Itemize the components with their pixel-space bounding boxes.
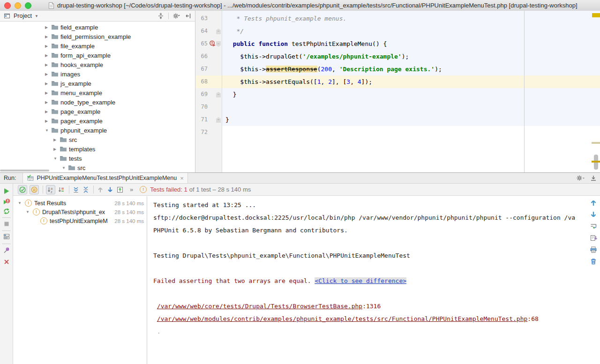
import-test-results-button[interactable] — [116, 186, 124, 193]
project-tree-item[interactable]: ▶pager_example — [0, 116, 195, 126]
project-tree-item[interactable]: ▶menu_example — [0, 88, 195, 97]
project-tree-item[interactable]: ▶form_api_example — [0, 51, 195, 60]
line-number: 69 — [195, 88, 208, 101]
close-button[interactable] — [3, 258, 10, 266]
project-tree-item[interactable]: ▶file_example — [0, 41, 195, 51]
show-ignored-button[interactable] — [30, 185, 39, 194]
tree-item-label: field_example — [60, 24, 98, 31]
chevron-icon[interactable]: ▼ — [45, 128, 51, 133]
chevron-icon[interactable]: ▶ — [45, 72, 51, 76]
project-tree-item[interactable]: ▶field_example — [0, 22, 195, 32]
code-line[interactable]: */ — [222, 25, 600, 37]
run-configuration-tab[interactable]: php PHPUnitExampleMenuTest.testPhpUnitEx… — [22, 173, 188, 183]
zoom-window-button[interactable] — [25, 2, 31, 9]
project-tree-item[interactable]: ▼phpunit_example — [0, 126, 195, 135]
chevron-icon[interactable]: ▼ — [62, 166, 68, 170]
code-line[interactable]: $this->assertEquals([1, 2], [3, 4]); — [222, 75, 600, 88]
gear-icon[interactable] — [172, 12, 181, 20]
code-line[interactable] — [222, 101, 600, 113]
test-tree-item[interactable]: !testPhpUnitExampleM28 s 140 ms — [13, 216, 147, 225]
chevron-icon[interactable]: ▶ — [45, 91, 51, 95]
hide-tool-window-icon[interactable] — [590, 174, 597, 182]
sort-alphabetically-button[interactable]: az — [46, 185, 55, 194]
expand-all-button[interactable] — [72, 186, 80, 193]
project-tree-item[interactable]: ▶field_permission_example — [0, 32, 195, 41]
chevron-icon[interactable]: ▶ — [45, 35, 51, 39]
code-token: testPhpUnitExampleMenu() { — [288, 40, 387, 47]
test-tree-item[interactable]: ▼!Drupal\Tests\phpunit_ex28 s 140 ms — [13, 208, 147, 216]
resize-divider-icon[interactable] — [157, 12, 165, 20]
print-icon[interactable] — [590, 246, 597, 253]
pin-tab-button[interactable] — [3, 246, 10, 254]
view-diff-link[interactable]: <Click to see difference> — [315, 277, 406, 284]
error-stripe-warning-indicator[interactable] — [592, 13, 600, 17]
minimize-window-button[interactable] — [15, 2, 21, 9]
clear-all-trash-icon[interactable] — [590, 258, 597, 265]
stop-button[interactable] — [3, 220, 10, 228]
code-line[interactable]: * Tests phpunit_example menus. — [222, 12, 600, 25]
project-tree-item[interactable]: ▶hooks_example — [0, 60, 195, 69]
scroll-to-end-icon[interactable] — [590, 234, 597, 242]
test-console[interactable]: Testing started at 13:25 ...sftp://docke… — [147, 196, 587, 364]
toolbar-overflow-chevron[interactable]: » — [130, 186, 133, 193]
code-token: 200 — [321, 66, 332, 73]
collapse-all-button[interactable] — [82, 186, 90, 193]
project-tree-item[interactable]: ▶node_type_example — [0, 97, 195, 107]
soft-wrap-icon[interactable] — [590, 223, 597, 230]
chevron-icon[interactable]: ▼ — [53, 156, 60, 161]
code-line[interactable]: $this->drupalGet('/examples/phpunit-exam… — [222, 50, 600, 63]
chevron-icon[interactable]: ▶ — [45, 53, 51, 58]
code-line[interactable]: } — [222, 88, 600, 101]
previous-failed-test-button[interactable] — [97, 186, 104, 193]
svg-text:z: z — [51, 189, 52, 193]
stack-trace-link[interactable]: /var/www/web/core/tests/Drupal/Tests/Bro… — [157, 303, 362, 310]
code-line[interactable]: $this->assertResponse(200, 'Description … — [222, 63, 600, 75]
project-tree-item[interactable]: ▶page_example — [0, 107, 195, 116]
chevron-down-icon[interactable]: ▼ — [26, 210, 33, 214]
chevron-icon[interactable]: ▶ — [45, 119, 51, 123]
error-stripe-mark[interactable] — [592, 161, 600, 163]
error-stripe-mark[interactable] — [592, 142, 600, 144]
failed-test-gutter-icon[interactable] — [209, 40, 217, 47]
show-passed-button[interactable] — [18, 185, 27, 194]
project-panel-title[interactable]: Project — [14, 13, 32, 19]
up-stack-trace-button[interactable] — [590, 199, 597, 207]
chevron-icon[interactable]: ▶ — [45, 25, 51, 30]
gear-icon[interactable] — [576, 174, 585, 182]
stack-trace-link[interactable]: /var/www/web/modules/contrib/examples/ph… — [157, 315, 528, 322]
chevron-icon[interactable]: ▶ — [45, 82, 51, 86]
line-number: 64 — [195, 25, 208, 37]
test-tree-item[interactable]: ▼!Test Results28 s 140 ms — [13, 199, 147, 208]
code-line[interactable] — [222, 126, 600, 139]
next-failed-test-button[interactable] — [106, 186, 114, 193]
folder-icon — [60, 155, 67, 162]
project-tree-item[interactable]: ▶src — [0, 135, 195, 144]
hide-panel-icon[interactable] — [185, 12, 192, 20]
chevron-icon[interactable]: ▶ — [45, 44, 51, 48]
rerun-failed-tests-button[interactable] — [3, 198, 10, 206]
run-tab-bar: Run: php PHPUnitExampleMenuTest.testPhpU… — [0, 172, 600, 184]
horizontal-scrollbar[interactable] — [0, 170, 49, 171]
project-tree-item[interactable]: ▶templates — [0, 144, 195, 154]
code-line[interactable]: } — [222, 113, 600, 126]
chevron-icon[interactable]: ▶ — [53, 147, 60, 151]
restore-layout-button[interactable] — [3, 233, 10, 240]
chevron-down-icon[interactable]: ▼ — [18, 201, 25, 205]
rerun-button[interactable] — [3, 187, 10, 195]
project-tree-item[interactable]: ▶images — [0, 69, 195, 79]
sort-by-duration-button[interactable] — [58, 186, 65, 193]
code-editor[interactable]: 63 * Tests phpunit_example menus.64− */6… — [195, 11, 600, 172]
chevron-icon[interactable]: ▶ — [45, 63, 51, 67]
chevron-icon[interactable]: ▶ — [53, 138, 60, 142]
close-window-button[interactable] — [4, 2, 11, 9]
toggle-auto-test-button[interactable] — [3, 208, 10, 215]
project-tree-item[interactable]: ▶js_example — [0, 79, 195, 88]
project-tree-item[interactable]: ▼tests — [0, 154, 195, 163]
down-stack-trace-button[interactable] — [590, 211, 597, 218]
code-line[interactable]: public function testPhpUnitExampleMenu()… — [222, 37, 600, 50]
chevron-icon[interactable]: ▶ — [45, 110, 51, 114]
chevron-icon[interactable]: ▶ — [45, 100, 51, 104]
close-icon[interactable]: × — [180, 175, 184, 181]
chevron-down-icon[interactable]: ▼ — [35, 14, 38, 18]
tree-item-label: page_example — [60, 108, 100, 115]
